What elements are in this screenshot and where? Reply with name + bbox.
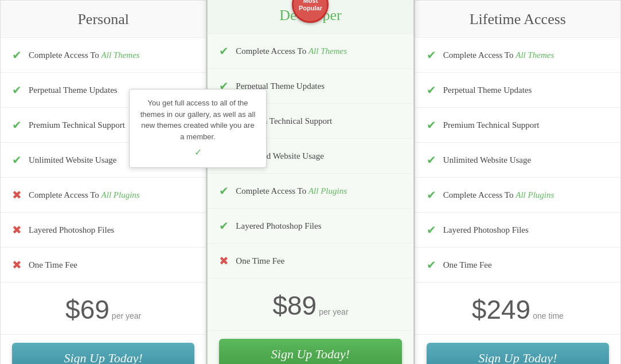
feature-text-psd: Layered Photoshop Files (29, 225, 194, 235)
tooltip-text: You get full access to all of the themes… (140, 99, 256, 141)
feature-row-psd: ✔Layered Photoshop Files (415, 213, 620, 248)
x-icon: ✖ (12, 223, 22, 237)
check-icon: ✔ (12, 48, 22, 62)
plan-header-lifetime: Lifetime Access (415, 1, 620, 38)
feature-highlight-themes: All Themes (101, 50, 140, 60)
plan-personal: Personal✔Complete Access To All Themes✔P… (0, 0, 206, 364)
feature-row-plugins: ✔Complete Access To All Plugins (415, 178, 620, 213)
price-amount-lifetime: $249 (472, 295, 530, 324)
plan-name-personal: Personal (6, 11, 200, 28)
check-icon: ✔ (427, 118, 436, 132)
check-icon: ✔ (427, 223, 436, 237)
signup-button-personal[interactable]: Sign Up Today! (12, 343, 194, 364)
signup-button-lifetime[interactable]: Sign Up Today! (427, 343, 609, 364)
price-amount-personal: $69 (65, 295, 110, 324)
tooltip: You get full access to all of the themes… (129, 89, 267, 168)
check-icon: ✔ (427, 258, 436, 272)
x-icon: ✖ (12, 258, 22, 272)
price-period-personal: per year (112, 311, 141, 320)
price-row-developer: $89per year (208, 279, 413, 331)
price-period-developer: per year (319, 307, 348, 316)
price-period-lifetime: one time (533, 311, 564, 320)
feature-text-plugins: Complete Access To All Plugins (443, 190, 609, 200)
signup-row-personal: Sign Up Today! (1, 335, 206, 364)
check-icon: ✔ (219, 219, 229, 233)
check-icon: ✔ (427, 153, 436, 167)
plan-lifetime: Lifetime Access✔Complete Access To All T… (415, 0, 621, 364)
price-amount-developer: $89 (272, 291, 317, 320)
feature-highlight-plugins: All Plugins (515, 190, 554, 199)
check-icon: ✔ (12, 83, 22, 97)
feature-text-themes: Complete Access To All Themes (236, 46, 401, 56)
x-icon: ✖ (219, 254, 229, 268)
feature-row-onetime: ✖One Time Fee (1, 248, 206, 283)
feature-highlight-plugins: All Plugins (308, 186, 347, 195)
signup-row-lifetime: Sign Up Today! (415, 335, 620, 364)
feature-row-plugins: ✔Complete Access To All Plugins (208, 174, 413, 209)
check-icon: ✔ (219, 44, 229, 58)
feature-text-support: Premium Technical Support (443, 120, 609, 130)
feature-row-psd: ✔Layered Photoshop Files (208, 209, 413, 244)
price-row-lifetime: $249one time (415, 283, 620, 335)
feature-text-psd: Layered Photoshop Files (443, 225, 609, 235)
feature-text-plugins: Complete Access To All Plugins (236, 186, 401, 196)
price-row-personal: $69per year (1, 283, 206, 335)
feature-row-updates: ✔Perpetual Theme Updates (415, 73, 620, 108)
plan-header-developer: Most PopularDeveloper (208, 0, 413, 34)
feature-highlight-plugins: All Plugins (101, 190, 140, 199)
feature-text-onetime: One Time Fee (29, 260, 194, 270)
check-icon: ✔ (219, 184, 229, 198)
signup-row-developer: Sign Up Today! (208, 331, 413, 364)
feature-row-onetime: ✔One Time Fee (415, 248, 620, 283)
feature-text-themes: Complete Access To All Themes (29, 50, 194, 60)
plan-name-lifetime: Lifetime Access (421, 11, 615, 28)
feature-text-onetime: One Time Fee (443, 260, 609, 270)
check-icon: ✔ (12, 153, 22, 167)
x-icon: ✖ (12, 188, 22, 202)
plan-developer: Most PopularDeveloper✔Complete Access To… (206, 0, 414, 364)
feature-highlight-themes: All Themes (308, 46, 347, 56)
feature-row-themes: ✔Complete Access To All Themes (1, 38, 206, 73)
check-icon: ✔ (427, 188, 436, 202)
signup-button-developer[interactable]: Sign Up Today! (219, 339, 401, 364)
feature-highlight-themes: All Themes (515, 50, 554, 60)
feature-text-themes: Complete Access To All Themes (443, 50, 609, 60)
check-icon: ✔ (427, 83, 436, 97)
feature-text-usage: Unlimited Website Usage (443, 155, 609, 165)
feature-row-themes: ✔Complete Access To All Themes (208, 34, 413, 69)
feature-row-support: ✔Premium Technical Support (415, 108, 620, 143)
feature-text-psd: Layered Photoshop Files (236, 221, 401, 231)
plan-header-personal: Personal (1, 1, 206, 38)
check-icon: ✔ (427, 48, 436, 62)
feature-text-updates: Perpetual Theme Updates (443, 85, 609, 95)
feature-text-onetime: One Time Fee (236, 256, 401, 266)
feature-text-plugins: Complete Access To All Plugins (29, 190, 194, 200)
feature-row-psd: ✖Layered Photoshop Files (1, 213, 206, 248)
check-icon: ✔ (12, 118, 22, 132)
feature-row-onetime: ✖One Time Fee (208, 244, 413, 279)
feature-row-plugins: ✖Complete Access To All Plugins (1, 178, 206, 213)
pricing-table: Personal✔Complete Access To All Themes✔P… (0, 0, 621, 364)
feature-row-usage: ✔Unlimited Website Usage (415, 143, 620, 178)
feature-row-themes: ✔Complete Access To All Themes (415, 38, 620, 73)
